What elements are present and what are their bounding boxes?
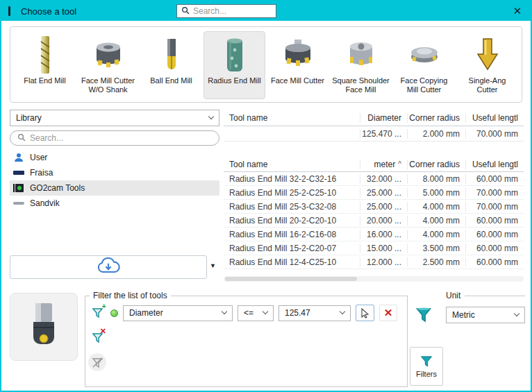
close-icon[interactable]: ✕ <box>511 5 524 17</box>
table-row[interactable]: Radius End Mill 25-3-C32-08 25.000 ... 4… <box>224 200 524 214</box>
useful-length-cell: 60.000 mm <box>465 174 524 184</box>
table-row[interactable]: Radius End Mill 25-2-C25-10 25.000 ... 5… <box>224 186 524 200</box>
clear-filter-button[interactable]: ✕ <box>379 305 397 321</box>
tool-type-square-shoulder-face-mill[interactable]: Square Shoulder Face Mill <box>330 31 392 99</box>
tool-name-cell: Radius End Mill 20-2-C20-10 <box>224 216 360 225</box>
tool-type-label: Square Shoulder Face Mill <box>331 76 390 94</box>
filter-group-title: Filter the list of tools <box>90 291 171 300</box>
useful-length-cell: 60.000 mm <box>465 216 524 225</box>
flat-end-mill-icon <box>37 33 53 76</box>
col-diameter-sorted[interactable]: meter^ <box>360 160 407 169</box>
filter-buttons-column: + ✕ <box>88 303 106 371</box>
titlebar-search-input[interactable] <box>193 6 272 16</box>
library-item-user[interactable]: User <box>10 150 219 165</box>
funnel-filled-icon <box>415 306 433 324</box>
library-list: User Fraisa GO2cam Tools Sandvik <box>10 150 219 211</box>
filter-active-led <box>110 309 118 317</box>
useful-length-cell: 60.000 mm <box>465 257 524 267</box>
library-item-fraisa[interactable]: Fraisa <box>10 165 219 180</box>
pick-value-button[interactable] <box>356 305 374 321</box>
corner-radius-cell: 2.000 mm <box>407 129 465 139</box>
filters-button[interactable]: Filters <box>410 347 443 386</box>
tool-type-ball-end-mill[interactable]: Ball End Mill <box>140 31 202 99</box>
useful-length-cell: 70.000 mm <box>465 129 524 139</box>
diameter-cell: 20.000 ... <box>360 216 407 225</box>
useful-length-cell: 70.000 mm <box>465 188 524 198</box>
tool-type-label: Single-Ang Cutter <box>458 76 517 94</box>
corner-radius-cell: 3.500 mm <box>407 244 465 253</box>
remove-filter-button[interactable]: ✕ <box>88 328 106 346</box>
tool-name-cell: Radius End Mill 15-2-C20-07 <box>224 244 360 253</box>
filter-operator-dropdown[interactable]: <= <box>238 305 274 321</box>
app-icon <box>8 6 10 16</box>
tool-type-flat-end-mill[interactable]: Flat End Mill <box>14 31 76 99</box>
apply-filter-button[interactable] <box>413 304 435 326</box>
table-row[interactable]: Radius End Mill 16-2-C16-08 16.000 ... 4… <box>224 228 524 241</box>
table-row[interactable]: Radius End Mill 12-4-C25-10 12.000 ... 2… <box>224 255 524 269</box>
tool-preview-image <box>24 300 64 353</box>
library-search[interactable] <box>10 130 219 146</box>
filter-value-combobox[interactable]: 125.47 <box>279 305 351 321</box>
search-icon <box>17 132 26 144</box>
results-table: Tool name meter^ Corner radius Useful le… <box>224 157 524 269</box>
library-item-label: GO2cam Tools <box>30 183 85 193</box>
chevron-down-icon <box>263 309 268 314</box>
plus-icon: + <box>102 302 106 310</box>
filter-group: Filter the list of tools + ✕ Diameter <= <box>85 296 408 387</box>
horizontal-scrollbar[interactable] <box>224 276 524 282</box>
disable-filter-button[interactable] <box>88 353 106 371</box>
table-row[interactable]: 125.470 ... 2.000 mm 70.000 mm <box>224 126 524 142</box>
tool-type-single-angle-cutter[interactable]: Single-Ang Cutter <box>456 31 518 99</box>
user-icon <box>13 153 25 162</box>
filter-row: Diameter <= 125.47 ✕ <box>110 305 397 321</box>
cloud-download-icon <box>97 257 120 277</box>
table-row[interactable]: Radius End Mill 20-2-C20-10 20.000 ... 4… <box>224 214 524 228</box>
diameter-cell: 32.000 ... <box>360 174 407 184</box>
tool-type-face-mill-cutter[interactable]: Face Mill Cutter <box>267 31 329 99</box>
tool-type-face-copying-mill-cutter[interactable]: Face Copying Mill Cutter <box>393 31 455 99</box>
chevron-down-icon <box>514 311 519 316</box>
results-table-header: Tool name meter^ Corner radius Useful le… <box>224 157 524 172</box>
diameter-cell: 12.000 ... <box>360 257 407 267</box>
tool-type-label: Radius End Mill <box>208 76 260 85</box>
title-bar: Choose a tool ✕ <box>1 1 531 21</box>
col-corner-radius[interactable]: Corner radius <box>407 160 465 169</box>
face-copying-mill-cutter-icon <box>409 33 440 76</box>
square-shoulder-face-mill-icon <box>347 33 375 76</box>
unit-dropdown[interactable]: Metric <box>446 307 525 323</box>
diameter-cell: 125.470 ... <box>360 129 407 139</box>
col-useful-length: Useful lengtl <box>465 113 524 123</box>
tool-type-radius-end-mill[interactable]: Radius End Mill <box>203 31 265 99</box>
col-tool-name[interactable]: Tool name <box>224 160 360 169</box>
filter-field-dropdown[interactable]: Diameter <box>123 305 233 321</box>
dialog-title: Choose a tool <box>21 6 76 17</box>
tool-type-label: Face Copying Mill Cutter <box>394 76 454 94</box>
diameter-cell: 16.000 ... <box>360 230 407 239</box>
sort-ascending-icon: ^ <box>398 160 401 168</box>
choose-a-tool-dialog: Choose a tool ✕ Flat End Mill Face Mill … <box>0 0 532 392</box>
table-row[interactable]: Radius End Mill 15-2-C20-07 15.000 ... 3… <box>224 241 524 255</box>
corner-radius-cell: 4.000 mm <box>407 216 465 225</box>
download-dropdown-arrow-icon[interactable]: ▼ <box>210 262 216 269</box>
scrollbar-thumb[interactable] <box>225 277 357 281</box>
library-item-sandvik[interactable]: Sandvik <box>10 196 219 211</box>
library-dropdown[interactable]: Library <box>10 110 219 126</box>
corner-radius-cell: 4.000 mm <box>407 230 465 239</box>
col-useful-length[interactable]: Useful lengtl <box>465 160 524 169</box>
face-mill-wo-shank-icon <box>94 33 123 76</box>
cursor-arrow-icon <box>360 308 369 318</box>
tool-type-face-mill-wo-shank[interactable]: Face Mill Cutter W/O Shank <box>77 31 139 99</box>
fraisa-logo-icon <box>13 169 25 176</box>
library-search-input[interactable] <box>30 133 212 143</box>
search-icon <box>181 5 190 17</box>
tool-type-label: Ball End Mill <box>150 76 192 85</box>
add-filter-button[interactable]: + <box>88 303 106 321</box>
col-diameter: Diameter <box>360 113 407 123</box>
cross-icon: ✕ <box>384 307 393 319</box>
titlebar-search[interactable] <box>176 4 276 18</box>
cross-icon: ✕ <box>100 327 106 336</box>
library-item-go2cam-tools[interactable]: GO2cam Tools <box>10 180 219 196</box>
download-library-button[interactable] <box>10 255 207 279</box>
table-row[interactable]: Radius End Mill 32-2-C32-16 32.000 ... 8… <box>224 172 524 186</box>
tool-type-label: Face Mill Cutter W/O Shank <box>78 76 138 94</box>
